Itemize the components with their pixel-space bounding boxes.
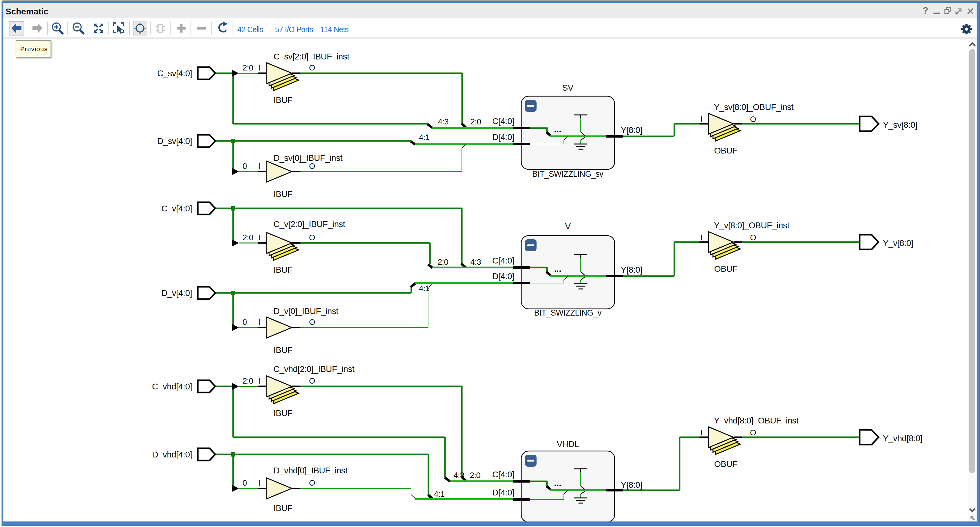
- svg-text:Y_v[8:0]: Y_v[8:0]: [883, 238, 913, 248]
- svg-text:C_vhd[4:0]: C_vhd[4:0]: [152, 382, 192, 391]
- svg-text:Y[8:0]: Y[8:0]: [621, 480, 642, 490]
- svg-text:IBUF: IBUF: [274, 408, 293, 418]
- svg-text:Y[8:0]: Y[8:0]: [621, 265, 642, 274]
- svg-text:O: O: [309, 376, 315, 385]
- svg-text:I: I: [258, 63, 260, 72]
- svg-text:C_v[2:0]_IBUF_inst: C_v[2:0]_IBUF_inst: [274, 220, 345, 229]
- svg-text:Y_vhd[8:0]_OBUF_inst: Y_vhd[8:0]_OBUF_inst: [714, 416, 799, 425]
- svg-text:I: I: [258, 478, 260, 487]
- svg-text:I: I: [700, 115, 703, 124]
- svg-text:D_v[0]_IBUF_inst: D_v[0]_IBUF_inst: [274, 306, 339, 316]
- svg-text:0: 0: [243, 478, 247, 487]
- svg-text:2:0: 2:0: [470, 117, 481, 126]
- svg-text:2:0: 2:0: [438, 257, 449, 267]
- svg-text:O: O: [750, 115, 756, 124]
- svg-text:O: O: [309, 478, 315, 487]
- svg-text:O: O: [750, 233, 756, 242]
- svg-text:I: I: [258, 317, 260, 326]
- svg-text:D_vhd[0]_IBUF_inst: D_vhd[0]_IBUF_inst: [274, 466, 348, 475]
- svg-text:IBUF: IBUF: [274, 189, 293, 199]
- svg-text:D[4:0]: D[4:0]: [492, 488, 514, 497]
- svg-text:C_vhd[2:0]_IBUF_inst: C_vhd[2:0]_IBUF_inst: [274, 364, 355, 374]
- svg-text:I: I: [258, 161, 260, 171]
- svg-text:Y_v[8:0]_OBUF_inst: Y_v[8:0]_OBUF_inst: [714, 221, 789, 230]
- svg-text:4:3: 4:3: [453, 471, 464, 480]
- svg-text:VHDL: VHDL: [557, 439, 579, 449]
- svg-text:C_v[4:0]: C_v[4:0]: [161, 204, 192, 213]
- svg-text:O: O: [750, 428, 756, 437]
- svg-text:D[4:0]: D[4:0]: [492, 271, 514, 281]
- svg-text:V: V: [565, 221, 571, 231]
- svg-text:C[4:0]: C[4:0]: [492, 116, 514, 126]
- svg-text:D_sv[4:0]: D_sv[4:0]: [157, 136, 192, 146]
- svg-text:D_v[4:0]: D_v[4:0]: [161, 288, 192, 298]
- svg-text:2:0: 2:0: [470, 471, 480, 480]
- svg-text:IBUF: IBUF: [274, 345, 293, 355]
- svg-text:BIT_SWIZZLING_sv: BIT_SWIZZLING_sv: [532, 169, 603, 178]
- svg-text:Y_vhd[8:0]: Y_vhd[8:0]: [883, 433, 923, 443]
- svg-text:D_sv[0]_IBUF_inst: D_sv[0]_IBUF_inst: [274, 153, 343, 163]
- svg-text:I: I: [258, 376, 260, 385]
- svg-text:OBUF: OBUF: [714, 146, 737, 155]
- svg-text:C[4:0]: C[4:0]: [492, 256, 514, 265]
- svg-text:4:1: 4:1: [419, 133, 430, 142]
- svg-text:O: O: [309, 161, 315, 171]
- svg-text:C_sv[2:0]_IBUF_inst: C_sv[2:0]_IBUF_inst: [274, 52, 350, 61]
- svg-text:OBUF: OBUF: [714, 264, 737, 274]
- svg-text:2:0: 2:0: [243, 233, 253, 242]
- svg-text:O: O: [309, 317, 315, 326]
- svg-text:4:1: 4:1: [434, 489, 445, 498]
- svg-text:Y_sv[8:0]_OBUF_inst: Y_sv[8:0]_OBUF_inst: [714, 102, 794, 112]
- svg-text:0: 0: [243, 161, 247, 171]
- svg-text:Y_sv[8:0]: Y_sv[8:0]: [883, 120, 917, 130]
- svg-text:SV: SV: [562, 83, 574, 92]
- svg-text:2:0: 2:0: [243, 63, 253, 72]
- svg-text:4:1: 4:1: [419, 284, 430, 293]
- svg-text:4:3: 4:3: [470, 257, 481, 267]
- svg-text:I: I: [700, 233, 703, 242]
- svg-text:I: I: [700, 428, 703, 437]
- svg-text:OBUF: OBUF: [714, 459, 737, 469]
- svg-text:C_sv[4:0]: C_sv[4:0]: [157, 68, 192, 78]
- svg-text:?: ?: [923, 5, 929, 16]
- svg-text:IBUF: IBUF: [274, 503, 293, 513]
- svg-text:C[4:0]: C[4:0]: [492, 470, 514, 479]
- svg-text:IBUF: IBUF: [274, 95, 293, 105]
- svg-text:O: O: [309, 233, 315, 242]
- svg-text:IBUF: IBUF: [274, 265, 293, 274]
- svg-text:Y[8:0]: Y[8:0]: [621, 125, 642, 135]
- svg-text:I: I: [258, 233, 260, 242]
- svg-text:BIT_SWIZZLING_v: BIT_SWIZZLING_v: [534, 308, 601, 317]
- svg-text:D_vhd[4:0]: D_vhd[4:0]: [152, 450, 192, 459]
- svg-text:O: O: [309, 63, 315, 72]
- svg-text:4:3: 4:3: [438, 117, 449, 126]
- svg-text:2:0: 2:0: [243, 376, 253, 385]
- svg-text:D[4:0]: D[4:0]: [492, 132, 514, 142]
- svg-text:0: 0: [243, 317, 247, 326]
